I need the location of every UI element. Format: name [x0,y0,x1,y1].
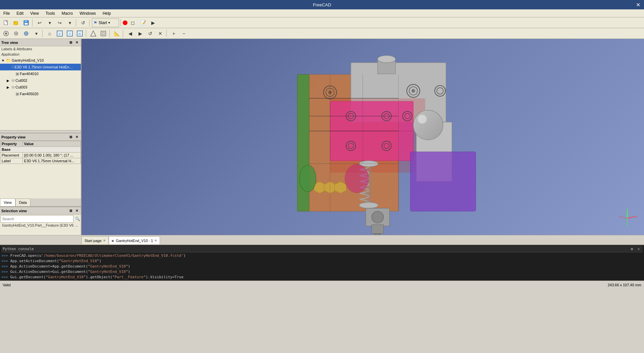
selection-view-close[interactable]: ✕ [74,208,79,214]
tree-item-gantry[interactable]: ▼ 📁 GantryHotEnd_V10 [0,57,81,64]
property-view-icon1[interactable]: ⊞ [68,134,73,140]
tree-item-gantry-label: GantryHotEnd_V10 [12,58,44,62]
menu-macro[interactable]: Macro [60,10,75,16]
nav-forward-button[interactable]: ▶ [136,29,145,38]
console-close-icon[interactable]: ✕ [636,246,641,252]
home-view-button[interactable]: ⌂ [45,29,54,38]
selection-search-input[interactable] [1,215,73,223]
undo-dropdown[interactable]: ▾ [45,18,54,27]
menu-bar: File Edit View Tools Macro Windows Help [0,9,644,17]
selection-content: 🔍 GantryHotEnd_V10.Part__Feature (E3D V6… [0,215,81,235]
menu-file[interactable]: File [1,10,12,16]
selection-view: Selection view ⊞ ✕ 🔍 GantryHotEnd_V10.Pa… [0,207,81,235]
main-layout: Tree view ⊞ ✕ Labels & Attributes Applic… [0,39,644,235]
measure-button[interactable]: 📐 [112,29,121,38]
cut003-icon: ⊖ [11,85,15,90]
refresh-button[interactable]: ↺ [78,18,88,27]
prop-label-value: E3D V6 1.75mm Universal H... [22,158,80,164]
macro-editor-button[interactable]: 📝 [138,18,148,27]
menu-help[interactable]: Help [101,10,113,16]
tree-view-scrollbar[interactable] [0,130,81,133]
tree-item-cut003-label: Cut003 [15,85,27,89]
tab-view[interactable]: View [0,198,15,206]
tab-gantry-label: GantryHotEnd_V10 : 1 [116,239,153,243]
tree-view-close[interactable]: ✕ [74,40,79,45]
zoom-out-button[interactable]: − [179,29,189,38]
property-table: Property Value Base Placement [(0.00 0.0… [0,141,81,164]
left-panel: Tree view ⊞ ✕ Labels & Attributes Applic… [0,39,82,235]
tab-data[interactable]: Data [15,198,31,206]
perspective-button[interactable] [89,29,98,38]
nav-reload-button[interactable]: ↺ [146,29,155,38]
svg-rect-4 [14,21,15,22]
open-button[interactable] [11,18,21,27]
tree-item-e3d[interactable]: ■ E3D V6 1.75mm Universal HotEnd N [0,64,81,70]
property-view-close[interactable]: ✕ [74,134,79,140]
svg-text:R: R [79,33,81,36]
menu-edit[interactable]: Edit [14,10,25,16]
status-coords: 243.66 x 107.40 mm [608,283,641,287]
zoom-in-button[interactable]: + [169,29,178,38]
toolbar-sep-3 [89,19,91,26]
menu-windows[interactable]: Windows [77,10,98,16]
new-button[interactable] [1,18,11,27]
toolbar-sep-6 [86,30,87,37]
tab-start-close-icon[interactable]: ✕ [103,239,106,242]
fit-all-button[interactable] [1,29,11,38]
menu-tools[interactable]: Tools [44,10,57,16]
selection-view-icons: ⊞ ✕ [68,208,79,214]
tree-item-cut003[interactable]: ▶ ⊖ Cut003 [0,84,81,91]
save-button[interactable] [21,18,31,27]
toolbar-view: ▾ ⌂ F T R 📐 ◀ ▶ ↺ ✕ + − [0,28,644,39]
right-view-button[interactable]: R [75,29,85,38]
top-view-button[interactable]: T [65,29,74,38]
svg-point-55 [359,202,378,209]
tree-view-icons: ⊞ ✕ [68,40,79,45]
undo-button[interactable]: ↩ [35,18,44,27]
tree-item-cut002[interactable]: ▶ ⊖ Cut002 [0,77,81,84]
menu-view[interactable]: View [28,10,41,16]
nav-back-button[interactable]: ◀ [125,29,135,38]
viewport[interactable]: X Z [82,39,644,235]
console-icon1[interactable]: ⊞ [629,246,635,252]
tree-view-content: ▼ 📁 GantryHotEnd_V10 ■ E3D V6 1.75mm Uni… [0,57,81,130]
prop-placement-label: Placement [0,153,23,158]
app-title: FreeCAD [313,2,331,7]
tree-item-fan404010[interactable]: ▣ Fan404010 [0,70,81,77]
svg-point-33 [413,110,443,140]
dropdown-arrow-icon: ▾ [108,21,110,24]
selection-view-header: Selection view ⊞ ✕ [0,207,81,215]
stop-record-button[interactable]: ◻ [128,18,138,27]
cut002-icon: ⊖ [11,78,15,83]
prop-row-label: Label E3D V6 1.75mm Universal H... [0,158,81,164]
svg-point-12 [24,32,28,36]
property-tab-bar: View Data [0,198,81,207]
svg-marker-59 [375,234,381,235]
redo-button[interactable]: ↪ [55,18,64,27]
front-view-button[interactable]: F [55,29,64,38]
record-button[interactable] [123,20,127,25]
selection-item: GantryHotEnd_V10.Part__Feature (E3D V6 1… [1,223,80,228]
toolbar-sep-8 [123,30,124,37]
tab-gantry[interactable]: ■ GantryHotEnd_V10 : 1 ✕ [109,236,160,244]
fit-selection-button[interactable] [11,29,21,38]
start-dropdown[interactable]: ⚑ Start ▾ [92,18,119,27]
tree-item-fan405020[interactable]: ▣ Fan405020 [0,91,81,97]
sync-view-button[interactable] [99,29,108,38]
tree-view-icon1[interactable]: ⊞ [68,40,73,45]
python-console-header: Python console ⊞ ✕ [1,246,643,252]
run-macro-button[interactable]: ▶ [148,18,158,27]
draw-style-button[interactable] [21,29,31,38]
labels-attrs-label: Labels & Attributes [0,46,81,52]
draw-style-dropdown[interactable]: ▾ [32,29,41,38]
nav-stop-button[interactable]: ✕ [156,29,165,38]
tab-gantry-close-icon[interactable]: ✕ [154,239,157,242]
redo-dropdown[interactable]: ▾ [65,18,74,27]
toolbar-sep-4 [120,19,121,26]
selection-view-icon1[interactable]: ⊞ [68,208,73,214]
fan405020-mesh-icon: ▣ [15,92,19,96]
close-button[interactable]: ✕ [635,2,641,8]
svg-point-40 [412,89,415,93]
tab-start-page[interactable]: Start page ✕ [82,236,109,244]
svg-marker-21 [102,33,104,35]
